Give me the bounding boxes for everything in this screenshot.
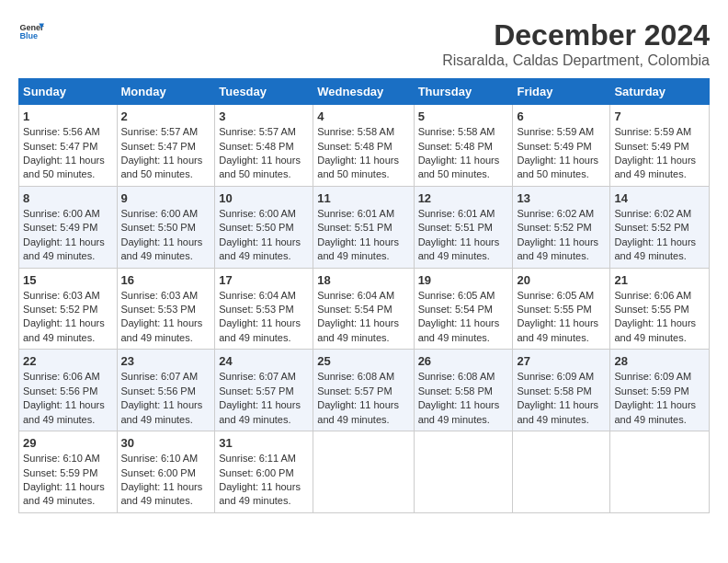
list-item xyxy=(513,431,610,513)
list-item xyxy=(414,431,513,513)
col-sunday: Sunday xyxy=(19,79,118,105)
list-item: 10 Sunrise: 6:00 AMSunset: 5:50 PMDaylig… xyxy=(215,186,313,268)
list-item: 13 Sunrise: 6:02 AMSunset: 5:52 PMDaylig… xyxy=(513,186,610,268)
list-item: 31 Sunrise: 6:11 AMSunset: 6:00 PMDaylig… xyxy=(215,431,313,513)
list-item: 17 Sunrise: 6:04 AMSunset: 5:53 PMDaylig… xyxy=(215,268,313,350)
list-item: 5 Sunrise: 5:58 AMSunset: 5:48 PMDayligh… xyxy=(414,105,513,187)
list-item: 27 Sunrise: 6:09 AMSunset: 5:58 PMDaylig… xyxy=(513,350,610,431)
title-block: December 2024 Risaralda, Caldas Departme… xyxy=(442,18,710,69)
list-item: 6 Sunrise: 5:59 AMSunset: 5:49 PMDayligh… xyxy=(513,105,610,187)
list-item: 24 Sunrise: 6:07 AMSunset: 5:57 PMDaylig… xyxy=(215,350,313,431)
list-item: 28 Sunrise: 6:09 AMSunset: 5:59 PMDaylig… xyxy=(610,350,710,431)
calendar-table: Sunday Monday Tuesday Wednesday Thursday… xyxy=(18,78,710,513)
col-monday: Monday xyxy=(117,79,215,105)
col-friday: Friday xyxy=(513,79,610,105)
list-item: 20 Sunrise: 6:05 AMSunset: 5:55 PMDaylig… xyxy=(513,268,610,350)
list-item: 21 Sunrise: 6:06 AMSunset: 5:55 PMDaylig… xyxy=(610,268,710,350)
logo-icon: General Blue xyxy=(18,18,44,44)
list-item: 8 Sunrise: 6:00 AMSunset: 5:49 PMDayligh… xyxy=(19,186,118,268)
page-header: General Blue December 2024 Risaralda, Ca… xyxy=(18,18,710,69)
col-thursday: Thursday xyxy=(414,79,513,105)
list-item: 1 Sunrise: 5:56 AMSunset: 5:47 PMDayligh… xyxy=(19,105,118,187)
list-item: 25 Sunrise: 6:08 AMSunset: 5:57 PMDaylig… xyxy=(313,350,414,431)
list-item: 9 Sunrise: 6:00 AMSunset: 5:50 PMDayligh… xyxy=(117,186,215,268)
list-item: 19 Sunrise: 6:05 AMSunset: 5:54 PMDaylig… xyxy=(414,268,513,350)
page-title: December 2024 xyxy=(442,18,710,52)
list-item: 2 Sunrise: 5:57 AMSunset: 5:47 PMDayligh… xyxy=(117,105,215,187)
list-item: 16 Sunrise: 6:03 AMSunset: 5:53 PMDaylig… xyxy=(117,268,215,350)
list-item: 26 Sunrise: 6:08 AMSunset: 5:58 PMDaylig… xyxy=(414,350,513,431)
col-tuesday: Tuesday xyxy=(215,79,313,105)
list-item: 15 Sunrise: 6:03 AMSunset: 5:52 PMDaylig… xyxy=(19,268,118,350)
list-item: 4 Sunrise: 5:58 AMSunset: 5:48 PMDayligh… xyxy=(313,105,414,187)
table-row: 15 Sunrise: 6:03 AMSunset: 5:52 PMDaylig… xyxy=(19,268,710,350)
list-item: 23 Sunrise: 6:07 AMSunset: 5:56 PMDaylig… xyxy=(117,350,215,431)
table-row: 1 Sunrise: 5:56 AMSunset: 5:47 PMDayligh… xyxy=(19,105,710,187)
list-item: 14 Sunrise: 6:02 AMSunset: 5:52 PMDaylig… xyxy=(610,186,710,268)
list-item: 30 Sunrise: 6:10 AMSunset: 6:00 PMDaylig… xyxy=(117,431,215,513)
list-item: 7 Sunrise: 5:59 AMSunset: 5:49 PMDayligh… xyxy=(610,105,710,187)
list-item xyxy=(313,431,414,513)
table-row: 8 Sunrise: 6:00 AMSunset: 5:49 PMDayligh… xyxy=(19,186,710,268)
list-item: 22 Sunrise: 6:06 AMSunset: 5:56 PMDaylig… xyxy=(19,350,118,431)
col-wednesday: Wednesday xyxy=(313,79,414,105)
list-item: 12 Sunrise: 6:01 AMSunset: 5:51 PMDaylig… xyxy=(414,186,513,268)
col-saturday: Saturday xyxy=(610,79,710,105)
page-subtitle: Risaralda, Caldas Department, Colombia xyxy=(442,52,710,69)
list-item: 3 Sunrise: 5:57 AMSunset: 5:48 PMDayligh… xyxy=(215,105,313,187)
list-item: 11 Sunrise: 6:01 AMSunset: 5:51 PMDaylig… xyxy=(313,186,414,268)
logo: General Blue xyxy=(18,18,48,44)
table-row: 29 Sunrise: 6:10 AMSunset: 5:59 PMDaylig… xyxy=(19,431,710,513)
list-item: 29 Sunrise: 6:10 AMSunset: 5:59 PMDaylig… xyxy=(19,431,118,513)
list-item xyxy=(610,431,710,513)
list-item: 18 Sunrise: 6:04 AMSunset: 5:54 PMDaylig… xyxy=(313,268,414,350)
svg-text:Blue: Blue xyxy=(19,31,38,40)
table-row: 22 Sunrise: 6:06 AMSunset: 5:56 PMDaylig… xyxy=(19,350,710,431)
